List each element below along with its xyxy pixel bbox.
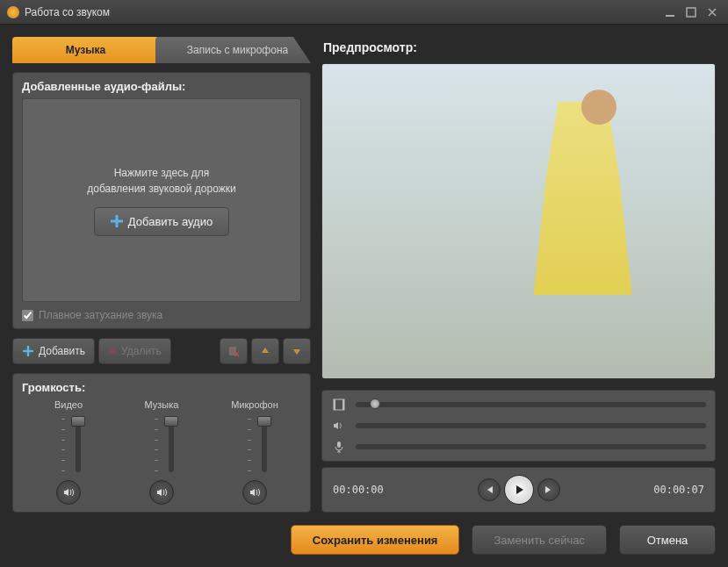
volume-music-label: Музыка — [145, 399, 179, 410]
track-sliders-panel — [321, 390, 716, 462]
add-button[interactable]: Добавить — [12, 338, 95, 364]
window-title: Работа со звуком — [25, 6, 658, 18]
plus-icon — [111, 215, 123, 227]
volume-video-column: Видео — [33, 399, 104, 505]
next-button[interactable] — [537, 478, 560, 501]
x-icon: ✕ — [108, 345, 117, 357]
time-current: 00:00:00 — [333, 484, 384, 496]
tab-record[interactable]: Запись с микрофона — [155, 37, 311, 63]
titlebar: Работа со звуком — [0, 0, 728, 25]
svg-rect-4 — [334, 399, 335, 410]
fade-checkbox[interactable] — [22, 310, 33, 321]
remove-from-list-button[interactable] — [220, 338, 248, 364]
play-icon — [513, 484, 525, 496]
maximize-icon — [686, 7, 696, 18]
video-track-row — [331, 398, 706, 412]
speaker-icon — [155, 486, 168, 499]
volume-mic-column: Микрофон — [220, 399, 290, 505]
arrow-down-icon — [292, 346, 302, 356]
dropzone-hint-l2: добавления звуковой дорожки — [87, 181, 235, 197]
replace-button[interactable]: Заменить сейчас — [472, 525, 607, 555]
svg-rect-6 — [337, 441, 341, 448]
save-button[interactable]: Сохранить изменения — [291, 525, 460, 555]
volume-title: Громкость: — [22, 381, 301, 394]
audio-position-slider[interactable] — [356, 423, 706, 428]
speaker-icon — [331, 419, 347, 433]
svg-rect-1 — [687, 8, 696, 17]
dropzone-hint: Нажмите здесь для добавления звуковой до… — [87, 165, 235, 197]
volume-music-column: Музыка — [126, 399, 197, 505]
speaker-icon — [62, 486, 75, 499]
add-audio-label: Добавить аудио — [128, 215, 213, 228]
fade-checkbox-row[interactable]: Плавное затухание звука — [22, 309, 301, 321]
microphone-icon — [331, 440, 347, 454]
close-icon — [707, 7, 717, 18]
add-label: Добавить — [39, 345, 85, 357]
svg-rect-2 — [229, 347, 236, 355]
audio-files-panel: Добавленные аудио-файлы: Нажмите здесь д… — [12, 72, 311, 329]
fade-label: Плавное затухание звука — [39, 309, 162, 321]
audio-dropzone[interactable]: Нажмите здесь для добавления звуковой до… — [22, 98, 301, 302]
add-audio-button[interactable]: Добавить аудио — [94, 207, 229, 236]
mute-mic-button[interactable] — [242, 480, 267, 505]
delete-label: Удалить — [121, 345, 162, 357]
audio-track-row — [331, 419, 706, 433]
preview-title: Предпросмотр: — [321, 37, 716, 58]
minimize-button[interactable] — [661, 5, 679, 19]
playback-controls-panel: 00:00:00 00:00:07 — [321, 467, 716, 513]
volume-music-slider[interactable] — [149, 415, 174, 475]
preview-area — [321, 63, 716, 379]
play-button[interactable] — [504, 475, 534, 505]
plus-icon — [22, 345, 34, 357]
app-icon — [7, 6, 19, 18]
next-icon — [544, 484, 554, 495]
tab-music[interactable]: Музыка — [12, 37, 159, 63]
remove-icon — [227, 345, 240, 357]
arrow-up-icon — [260, 346, 270, 356]
volume-video-slider[interactable] — [56, 415, 81, 475]
preview-image — [322, 64, 715, 378]
time-total: 00:00:07 — [653, 484, 704, 496]
mic-track-row — [331, 440, 706, 454]
audio-files-title: Добавленные аудио-файлы: — [22, 80, 301, 93]
volume-video-label: Видео — [54, 399, 83, 410]
dropzone-hint-l1: Нажмите здесь для — [87, 165, 235, 181]
prev-icon — [484, 484, 494, 495]
mute-music-button[interactable] — [149, 480, 174, 505]
video-position-slider[interactable] — [356, 402, 706, 407]
volume-panel: Громкость: Видео Музыка — [12, 373, 311, 513]
delete-button[interactable]: ✕ Удалить — [98, 338, 171, 364]
move-down-button[interactable] — [283, 338, 311, 364]
minimize-icon — [665, 7, 675, 18]
mic-position-slider[interactable] — [356, 444, 706, 449]
close-button[interactable] — [703, 5, 721, 19]
volume-mic-label: Микрофон — [231, 399, 278, 410]
film-icon — [331, 398, 347, 412]
svg-rect-0 — [666, 15, 674, 17]
prev-button[interactable] — [478, 478, 501, 501]
mute-video-button[interactable] — [56, 480, 81, 505]
bottom-buttons: Сохранить изменения Заменить сейчас Отме… — [12, 523, 716, 555]
move-up-button[interactable] — [251, 338, 279, 364]
speaker-icon — [249, 486, 261, 499]
cancel-button[interactable]: Отмена — [619, 525, 716, 555]
maximize-button[interactable] — [682, 5, 700, 19]
audio-toolbar: Добавить ✕ Удалить — [12, 338, 311, 364]
svg-rect-5 — [342, 399, 344, 410]
tabs: Музыка Запись с микрофона — [12, 37, 311, 63]
volume-mic-slider[interactable] — [242, 415, 267, 475]
